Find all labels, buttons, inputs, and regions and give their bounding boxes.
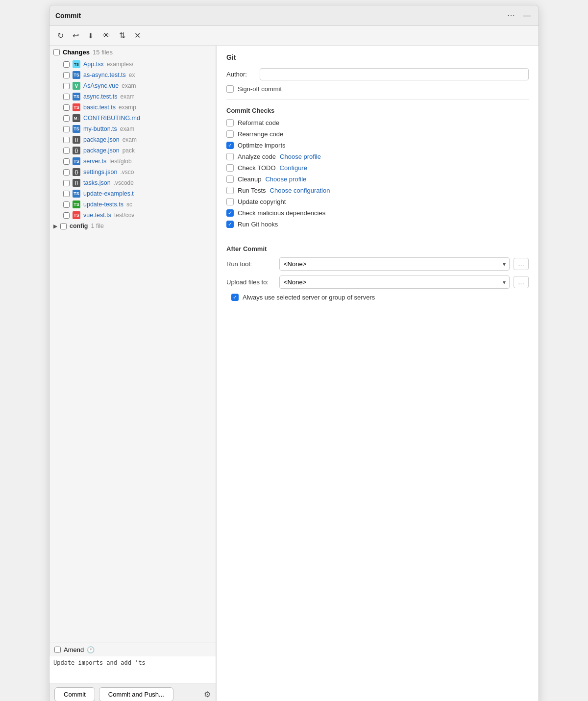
list-item[interactable]: {} tasks.json .vscode [49,177,216,188]
author-input[interactable] [260,68,529,80]
list-item[interactable]: {} settings.json .vsco [49,167,216,177]
file-checkbox[interactable] [63,180,70,186]
run-tests-label: Run Tests [238,187,266,194]
file-name: async.test.ts [83,93,117,100]
check-optimize: Optimize imports [226,142,529,149]
check-malicious: Check malicious dependencies [226,209,529,217]
group-header[interactable]: ▶ config 1 file [49,221,216,231]
undo-button[interactable]: ↩ [70,29,82,42]
content-area: Changes 15 files TS App.tsx examples/ TS… [49,46,539,701]
file-name: package.json [83,147,120,154]
file-checkbox[interactable] [63,104,70,111]
arrows-icon: ⇅ [119,31,125,40]
copyright-checkbox[interactable] [226,198,234,205]
file-checkbox[interactable] [63,212,70,219]
file-checkbox[interactable] [63,61,70,68]
amend-checkbox[interactable] [54,647,61,653]
file-checkbox[interactable] [63,148,70,154]
select-all-checkbox[interactable] [53,49,60,55]
malicious-checkbox[interactable] [226,209,234,217]
file-checkbox[interactable] [63,169,70,175]
list-item[interactable]: TS vue.test.ts test/cov [49,210,216,221]
run-tool-select[interactable]: <None> [279,257,510,271]
file-checkbox[interactable] [63,126,70,132]
file-path: .vscode [114,179,134,186]
file-checkbox[interactable] [63,158,70,165]
check-analyze: Analyze code Choose profile [226,153,529,160]
commit-push-button[interactable]: Commit and Push... [99,687,173,701]
file-checkbox[interactable] [63,137,70,143]
list-item[interactable]: TS App.tsx examples/ [49,59,216,70]
check-run-tests: Run Tests Choose configuration [226,187,529,194]
rearrange-checkbox[interactable] [226,130,234,138]
upload-ellipsis-button[interactable]: … [514,276,529,288]
settings-button[interactable]: ⚙ [204,690,211,699]
list-item[interactable]: V AsAsync.vue exam [49,80,216,91]
file-name: my-button.ts [83,125,117,132]
analyze-checkbox[interactable] [226,153,234,160]
changes-label: Changes [63,49,90,56]
file-path: sc [126,201,132,208]
tsx-icon: TS [73,60,80,68]
todo-configure-link[interactable]: Configure [280,164,307,172]
reformat-label: Reformat code [238,119,279,126]
settings-icon: ⚙ [204,690,211,699]
close-toolbar-button[interactable]: ✕ [131,29,144,42]
file-checkbox[interactable] [63,72,70,78]
list-item[interactable]: TS basic.test.ts examp [49,102,216,113]
sign-off-checkbox[interactable] [226,85,234,93]
commit-button[interactable]: Commit [54,687,95,701]
list-item[interactable]: TS my-button.ts exam [49,124,216,134]
list-item[interactable]: TS server.ts test/glob [49,156,216,167]
toolbar: ↻ ↩ ⬇ 👁 ⇅ ✕ [49,26,539,46]
file-path: exam [120,93,134,100]
list-item[interactable]: TS as-async.test.ts ex [49,70,216,80]
divider [226,100,529,100]
git-hooks-checkbox[interactable] [226,221,234,228]
file-checkbox[interactable] [63,83,70,89]
file-path: test/cov [114,212,134,219]
run-tests-config-link[interactable]: Choose configuration [270,187,330,194]
todo-checkbox[interactable] [226,164,234,172]
download-icon: ⬇ [88,32,94,40]
author-label: Author: [226,71,256,78]
list-item[interactable]: TS update-tests.ts sc [49,199,216,210]
optimize-checkbox[interactable] [226,142,234,149]
download-button[interactable]: ⬇ [85,30,97,42]
list-item[interactable]: {} package.json exam [49,134,216,145]
file-checkbox[interactable] [63,94,70,100]
file-path: pack [122,147,135,154]
file-checkbox[interactable] [63,201,70,208]
cleanup-profile-link[interactable]: Choose profile [265,175,306,183]
eye-button[interactable]: 👁 [99,30,113,42]
refresh-button[interactable]: ↻ [54,29,67,42]
check-rearrange: Rearrange code [226,130,529,138]
more-button[interactable]: ⋯ [505,10,517,21]
list-item[interactable]: TS async.test.ts exam [49,91,216,102]
eye-icon: 👁 [102,31,110,40]
file-checkbox[interactable] [63,191,70,197]
cleanup-checkbox[interactable] [226,175,234,183]
ts-icon: TS [73,157,80,165]
list-item[interactable]: TS update-examples.t [49,188,216,199]
commit-message-input[interactable]: Update imports and add 'ts [49,656,216,683]
file-name: tasks.json [83,179,111,186]
run-tool-ellipsis-button[interactable]: … [514,258,529,270]
group-checkbox[interactable] [60,223,67,229]
arrows-button[interactable]: ⇅ [116,29,128,42]
json-icon: {} [73,168,80,176]
ts-icon: TS [73,200,80,208]
always-use-checkbox[interactable] [231,294,239,301]
reformat-checkbox[interactable] [226,119,234,126]
analyze-profile-link[interactable]: Choose profile [280,153,321,160]
minimize-button[interactable]: — [521,10,533,21]
sign-off-label: Sign-off commit [238,85,282,93]
run-tests-checkbox[interactable] [226,187,234,194]
file-checkbox[interactable] [63,115,70,122]
optimize-label: Optimize imports [238,142,286,149]
window-title: Commit [55,12,81,20]
upload-select[interactable]: <None> [279,275,510,289]
list-item[interactable]: M↓ CONTRIBUTING.md [49,113,216,124]
list-item[interactable]: {} package.json pack [49,145,216,156]
check-cleanup: Cleanup Choose profile [226,175,529,183]
